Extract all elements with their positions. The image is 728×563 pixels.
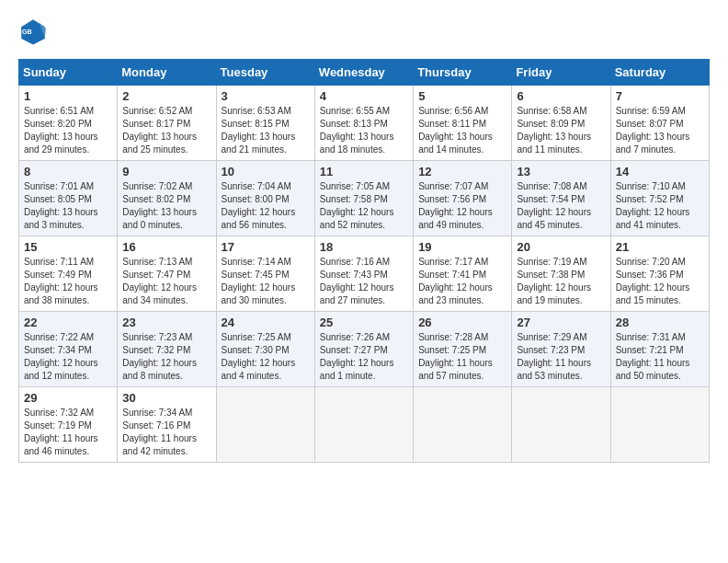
calendar-cell: 3Sunrise: 6:53 AMSunset: 8:15 PMDaylight… <box>216 86 314 161</box>
cell-info: Sunrise: 7:26 AMSunset: 7:27 PMDaylight:… <box>320 332 394 381</box>
day-number: 1 <box>24 89 112 103</box>
cell-info: Sunrise: 7:02 AMSunset: 8:02 PMDaylight:… <box>122 181 197 230</box>
day-number: 19 <box>418 240 506 254</box>
calendar-cell: 27Sunrise: 7:29 AMSunset: 7:23 PMDayligh… <box>512 312 610 387</box>
day-number: 18 <box>320 240 408 254</box>
cell-info: Sunrise: 6:53 AMSunset: 8:15 PMDaylight:… <box>222 106 296 155</box>
cell-info: Sunrise: 6:58 AMSunset: 8:09 PMDaylight:… <box>517 106 591 155</box>
cell-info: Sunrise: 7:23 AMSunset: 7:32 PMDaylight:… <box>122 332 197 381</box>
day-number: 3 <box>222 89 310 103</box>
day-number: 13 <box>517 165 605 178</box>
calendar-week-row: 29Sunrise: 7:32 AMSunset: 7:19 PMDayligh… <box>19 387 710 463</box>
cell-info: Sunrise: 7:34 AMSunset: 7:16 PMDaylight:… <box>122 408 197 456</box>
calendar-cell <box>314 387 413 463</box>
cell-info: Sunrise: 7:20 AMSunset: 7:36 PMDaylight:… <box>616 257 690 305</box>
calendar-cell: 15Sunrise: 7:11 AMSunset: 7:49 PMDayligh… <box>19 236 118 312</box>
calendar-cell: 6Sunrise: 6:58 AMSunset: 8:09 PMDaylight… <box>512 86 610 161</box>
calendar-cell: 30Sunrise: 7:34 AMSunset: 7:16 PMDayligh… <box>118 387 216 463</box>
calendar-week-row: 8Sunrise: 7:01 AMSunset: 8:05 PMDaylight… <box>19 161 710 236</box>
cell-info: Sunrise: 7:17 AMSunset: 7:41 PMDaylight:… <box>418 257 493 305</box>
calendar-cell: 24Sunrise: 7:25 AMSunset: 7:30 PMDayligh… <box>216 312 314 387</box>
calendar-cell <box>216 387 314 463</box>
cell-info: Sunrise: 6:55 AMSunset: 8:13 PMDaylight:… <box>320 106 394 155</box>
header: GB <box>18 17 710 46</box>
day-number: 16 <box>122 240 210 254</box>
day-number: 23 <box>122 316 210 329</box>
day-number: 11 <box>320 165 408 178</box>
calendar-cell: 16Sunrise: 7:13 AMSunset: 7:47 PMDayligh… <box>118 236 216 312</box>
day-number: 29 <box>24 391 112 405</box>
svg-text:GB: GB <box>22 28 32 36</box>
cell-info: Sunrise: 6:51 AMSunset: 8:20 PMDaylight:… <box>24 106 98 155</box>
calendar-cell: 22Sunrise: 7:22 AMSunset: 7:34 PMDayligh… <box>19 312 118 387</box>
day-number: 27 <box>517 316 605 329</box>
calendar-table: SundayMondayTuesdayWednesdayThursdayFrid… <box>18 59 710 463</box>
weekday-header-monday: Monday <box>118 60 216 86</box>
day-number: 15 <box>24 240 112 254</box>
weekday-header-wednesday: Wednesday <box>314 60 413 86</box>
calendar-cell: 25Sunrise: 7:26 AMSunset: 7:27 PMDayligh… <box>314 312 413 387</box>
calendar-cell: 8Sunrise: 7:01 AMSunset: 8:05 PMDaylight… <box>19 161 118 236</box>
weekday-header-tuesday: Tuesday <box>216 60 314 86</box>
weekday-header-row: SundayMondayTuesdayWednesdayThursdayFrid… <box>19 60 710 86</box>
calendar-week-row: 1Sunrise: 6:51 AMSunset: 8:20 PMDaylight… <box>19 86 710 161</box>
calendar-body: 1Sunrise: 6:51 AMSunset: 8:20 PMDaylight… <box>19 86 710 463</box>
cell-info: Sunrise: 7:13 AMSunset: 7:47 PMDaylight:… <box>122 257 197 305</box>
cell-info: Sunrise: 6:56 AMSunset: 8:11 PMDaylight:… <box>418 106 493 155</box>
calendar-cell: 12Sunrise: 7:07 AMSunset: 7:56 PMDayligh… <box>414 161 512 236</box>
cell-info: Sunrise: 7:05 AMSunset: 7:58 PMDaylight:… <box>320 181 394 230</box>
day-number: 21 <box>616 240 704 254</box>
day-number: 8 <box>24 165 112 178</box>
calendar-cell <box>512 387 610 463</box>
cell-info: Sunrise: 6:52 AMSunset: 8:17 PMDaylight:… <box>122 106 197 155</box>
calendar-cell: 9Sunrise: 7:02 AMSunset: 8:02 PMDaylight… <box>118 161 216 236</box>
calendar-header: SundayMondayTuesdayWednesdayThursdayFrid… <box>19 60 710 86</box>
day-number: 12 <box>418 165 506 178</box>
day-number: 7 <box>616 89 704 103</box>
day-number: 4 <box>320 89 408 103</box>
cell-info: Sunrise: 7:19 AMSunset: 7:38 PMDaylight:… <box>517 257 591 305</box>
calendar-cell: 11Sunrise: 7:05 AMSunset: 7:58 PMDayligh… <box>314 161 413 236</box>
cell-info: Sunrise: 6:59 AMSunset: 8:07 PMDaylight:… <box>616 106 690 155</box>
calendar-cell: 1Sunrise: 6:51 AMSunset: 8:20 PMDaylight… <box>19 86 118 161</box>
calendar-cell: 18Sunrise: 7:16 AMSunset: 7:43 PMDayligh… <box>314 236 413 312</box>
day-number: 17 <box>222 240 310 254</box>
logo-icon: GB <box>18 17 48 46</box>
calendar-cell: 10Sunrise: 7:04 AMSunset: 8:00 PMDayligh… <box>216 161 314 236</box>
day-number: 9 <box>122 165 210 178</box>
cell-info: Sunrise: 7:04 AMSunset: 8:00 PMDaylight:… <box>222 181 296 230</box>
calendar-week-row: 22Sunrise: 7:22 AMSunset: 7:34 PMDayligh… <box>19 312 710 387</box>
day-number: 10 <box>222 165 310 178</box>
cell-info: Sunrise: 7:07 AMSunset: 7:56 PMDaylight:… <box>418 181 493 230</box>
calendar-cell: 20Sunrise: 7:19 AMSunset: 7:38 PMDayligh… <box>512 236 610 312</box>
calendar-cell <box>610 387 709 463</box>
calendar-cell: 4Sunrise: 6:55 AMSunset: 8:13 PMDaylight… <box>314 86 413 161</box>
logo: GB <box>18 17 53 46</box>
day-number: 2 <box>122 89 210 103</box>
cell-info: Sunrise: 7:16 AMSunset: 7:43 PMDaylight:… <box>320 257 394 305</box>
day-number: 5 <box>418 89 506 103</box>
calendar-cell: 13Sunrise: 7:08 AMSunset: 7:54 PMDayligh… <box>512 161 610 236</box>
calendar-cell: 2Sunrise: 6:52 AMSunset: 8:17 PMDaylight… <box>118 86 216 161</box>
calendar-cell: 19Sunrise: 7:17 AMSunset: 7:41 PMDayligh… <box>414 236 512 312</box>
calendar-cell: 23Sunrise: 7:23 AMSunset: 7:32 PMDayligh… <box>118 312 216 387</box>
cell-info: Sunrise: 7:31 AMSunset: 7:21 PMDaylight:… <box>616 332 690 381</box>
calendar-cell <box>414 387 512 463</box>
calendar-cell: 29Sunrise: 7:32 AMSunset: 7:19 PMDayligh… <box>19 387 118 463</box>
calendar-cell: 7Sunrise: 6:59 AMSunset: 8:07 PMDaylight… <box>610 86 709 161</box>
day-number: 28 <box>616 316 704 329</box>
calendar-cell: 26Sunrise: 7:28 AMSunset: 7:25 PMDayligh… <box>414 312 512 387</box>
calendar-cell: 5Sunrise: 6:56 AMSunset: 8:11 PMDaylight… <box>414 86 512 161</box>
cell-info: Sunrise: 7:28 AMSunset: 7:25 PMDaylight:… <box>418 332 493 381</box>
cell-info: Sunrise: 7:14 AMSunset: 7:45 PMDaylight:… <box>222 257 296 305</box>
day-number: 24 <box>222 316 310 329</box>
cell-info: Sunrise: 7:32 AMSunset: 7:19 PMDaylight:… <box>24 408 98 456</box>
weekday-header-saturday: Saturday <box>610 60 709 86</box>
calendar-page: GB SundayMondayTuesdayWednesdayThursdayF… <box>0 0 728 472</box>
cell-info: Sunrise: 7:01 AMSunset: 8:05 PMDaylight:… <box>24 181 98 230</box>
calendar-week-row: 15Sunrise: 7:11 AMSunset: 7:49 PMDayligh… <box>19 236 710 312</box>
cell-info: Sunrise: 7:08 AMSunset: 7:54 PMDaylight:… <box>517 181 591 230</box>
day-number: 30 <box>122 391 210 405</box>
day-number: 6 <box>517 89 605 103</box>
calendar-cell: 14Sunrise: 7:10 AMSunset: 7:52 PMDayligh… <box>610 161 709 236</box>
